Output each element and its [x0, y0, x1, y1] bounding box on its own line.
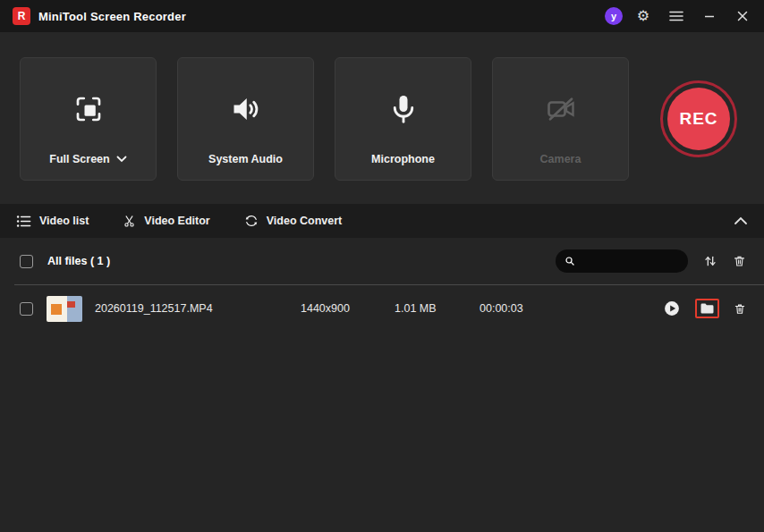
app-window: R MiniTool Screen Recorder y ⚙ [0, 0, 764, 532]
rec-ring: REC [660, 80, 737, 157]
settings-button[interactable]: ⚙ [631, 4, 656, 29]
close-icon [737, 11, 748, 21]
capture-cards: Full Screen System Audio [20, 57, 629, 181]
delete-file-button[interactable] [734, 302, 746, 316]
sort-button[interactable] [703, 254, 717, 268]
titlebar: R MiniTool Screen Recorder y ⚙ [0, 0, 764, 32]
rec-button[interactable]: REC [667, 88, 730, 150]
file-resolution: 1440x900 [301, 302, 395, 315]
play-button[interactable] [663, 300, 681, 317]
tab-video-convert[interactable]: Video Convert [244, 214, 343, 228]
menu-icon [669, 10, 683, 22]
collapse-panel-button[interactable] [734, 216, 748, 225]
menu-button[interactable] [664, 4, 689, 29]
convert-icon [244, 214, 259, 228]
system-audio-label: System Audio [208, 153, 283, 165]
chevron-down-icon[interactable] [116, 156, 127, 163]
camera-label: Camera [540, 153, 581, 165]
search-input[interactable] [581, 255, 679, 267]
speaker-icon [230, 93, 262, 125]
list-icon [16, 215, 31, 228]
search-box[interactable] [556, 249, 688, 273]
capture-section: Full Screen System Audio [0, 32, 764, 204]
play-icon [663, 300, 681, 317]
tab-video-editor[interactable]: Video Editor [123, 215, 209, 228]
scissors-icon [123, 215, 136, 228]
search-icon [565, 255, 575, 267]
microphone-icon [387, 93, 420, 125]
full-screen-card[interactable]: Full Screen [20, 57, 157, 181]
rec-wrap: REC [660, 80, 737, 157]
file-checkbox[interactable] [20, 302, 33, 316]
file-size: 1.01 MB [395, 302, 480, 315]
app-title: MiniTool Screen Recorder [38, 10, 186, 23]
fullscreen-icon [72, 93, 105, 125]
open-folder-button[interactable] [695, 299, 719, 318]
select-all-checkbox[interactable] [20, 255, 33, 268]
account-avatar[interactable]: y [605, 7, 623, 25]
file-list-header: All files ( 1 ) [0, 238, 764, 284]
trash-icon [733, 254, 746, 268]
app-logo-icon: R [13, 7, 30, 25]
all-files-label: All files ( 1 ) [47, 255, 110, 267]
tabs-bar: Video list Video Editor [0, 204, 764, 238]
minimize-icon [704, 11, 715, 21]
tab-video-list-label: Video list [39, 215, 89, 227]
close-button[interactable] [730, 4, 755, 29]
file-duration: 00:00:03 [480, 302, 560, 315]
sort-icon [703, 254, 717, 268]
full-screen-label: Full Screen [49, 153, 109, 165]
chevron-up-icon [734, 216, 748, 225]
delete-all-button[interactable] [733, 254, 746, 268]
system-audio-card[interactable]: System Audio [177, 57, 314, 181]
tab-video-list[interactable]: Video list [16, 215, 89, 228]
file-list-section: All files ( 1 ) [0, 238, 764, 532]
camera-off-icon [545, 93, 577, 125]
tab-video-convert-label: Video Convert [267, 215, 343, 227]
file-name: 20260119_112517.MP4 [95, 302, 301, 315]
microphone-label: Microphone [371, 153, 435, 165]
microphone-card[interactable]: Microphone [335, 57, 471, 181]
tab-video-editor-label: Video Editor [144, 215, 209, 227]
folder-icon [700, 302, 715, 315]
trash-icon [734, 302, 746, 316]
file-thumbnail [47, 296, 82, 322]
gear-icon: ⚙ [637, 9, 649, 23]
minimize-button[interactable] [697, 4, 722, 29]
camera-card[interactable]: Camera [492, 57, 629, 181]
file-row[interactable]: 20260119_112517.MP4 1440x900 1.01 MB 00:… [0, 285, 764, 332]
